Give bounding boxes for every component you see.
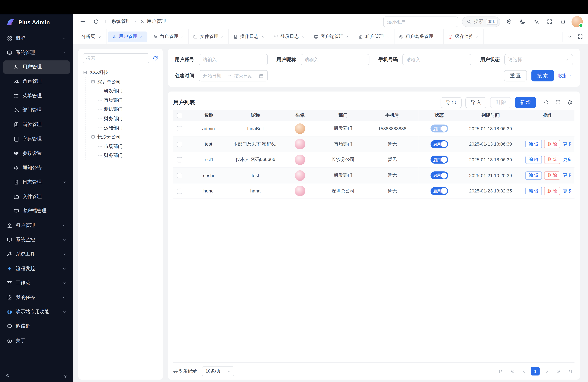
tree-node[interactable]: 财务部门 [98, 151, 158, 160]
tree-node[interactable]: 长沙分公司 [90, 132, 158, 142]
fast-next-button[interactable] [554, 367, 563, 376]
sidebar-item-client-management[interactable]: 客户端管理 [3, 204, 70, 218]
search-button[interactable]: 搜 索 [531, 70, 554, 81]
sidebar-collapse-icon[interactable] [5, 373, 10, 378]
edit-button[interactable]: 编 辑 [525, 187, 542, 195]
sidebar-item-about[interactable]: 关于 [3, 334, 70, 347]
export-button[interactable]: 导 出 [441, 97, 462, 108]
page-1-button[interactable]: 1 [531, 367, 540, 376]
tab-close-icon[interactable] [301, 35, 304, 38]
more-button[interactable]: 更多 [563, 173, 572, 178]
tree-collapse-icon[interactable] [90, 79, 95, 84]
more-button[interactable]: 更多 [563, 142, 572, 146]
tab-close-icon[interactable] [346, 35, 349, 38]
sidebar-item-system-management[interactable]: 系统管理 [3, 46, 70, 60]
language-icon[interactable] [531, 17, 541, 26]
tree-refresh-icon[interactable] [152, 55, 158, 61]
tab-analysis[interactable]: 分析页 [77, 29, 106, 44]
tab-close-icon[interactable] [436, 35, 439, 38]
edit-button[interactable]: 编 辑 [525, 156, 542, 164]
edit-button[interactable]: 编 辑 [525, 171, 542, 180]
tree-node[interactable]: 财务部门 [98, 114, 158, 123]
import-button[interactable]: 导 入 [465, 97, 486, 108]
table-refresh-icon[interactable] [542, 98, 551, 107]
tab-close-icon[interactable] [476, 35, 479, 38]
more-button[interactable]: 更多 [563, 189, 572, 193]
tab-close-icon[interactable] [386, 35, 390, 38]
sidebar-item-demo-features[interactable]: 演示站专用功能 [3, 305, 70, 319]
sidebar-item-dict-management[interactable]: 字典管理 [3, 132, 70, 146]
delete-button[interactable]: 删 除 [544, 187, 560, 195]
sidebar-item-dept-management[interactable]: 部门管理 [3, 104, 70, 117]
sidebar-toggle-button[interactable] [78, 17, 87, 26]
tab-tenant-package-management[interactable]: 租户套餐管理 [394, 29, 444, 44]
dark-mode-icon[interactable] [517, 17, 527, 26]
fullscreen-icon[interactable] [545, 17, 554, 26]
tab-operation-log[interactable]: 操作日志 [229, 29, 269, 44]
status-toggle[interactable]: 启用 [430, 171, 448, 179]
sidebar-item-user-management[interactable]: 用户管理 [3, 60, 70, 74]
tree-node[interactable]: 研发部门 [98, 86, 158, 95]
prev-page-button[interactable] [519, 367, 528, 376]
row-checkbox[interactable] [177, 142, 182, 147]
delete-button[interactable]: 删 除 [544, 171, 560, 180]
tree-node[interactable]: 深圳总公司 [90, 77, 158, 86]
tab-role-management[interactable]: 角色管理 [148, 29, 189, 44]
tab-list-dropdown-icon[interactable] [565, 32, 575, 42]
status-toggle[interactable]: 启用 [430, 140, 448, 148]
app-logo[interactable]: Plus Admin [0, 14, 73, 30]
delete-button[interactable]: 删 除 [544, 140, 560, 148]
breadcrumb-item-user-management[interactable]: 用户管理 [140, 19, 166, 25]
tree-node[interactable]: 市场部门 [98, 96, 158, 105]
table-fullscreen-icon[interactable] [553, 98, 563, 107]
tab-close-icon[interactable] [140, 35, 143, 38]
reset-button[interactable]: 重 置 [504, 70, 527, 81]
sidebar-item-system-monitor[interactable]: 系统监控 [3, 233, 70, 247]
tab-login-log[interactable]: 登录日志 [269, 29, 309, 44]
first-page-button[interactable] [496, 367, 505, 376]
content-fullscreen-icon[interactable] [575, 32, 585, 42]
status-toggle[interactable]: 启用 [430, 156, 448, 164]
tab-file-management[interactable]: 文件管理 [189, 29, 229, 44]
sidebar-item-overview[interactable]: 概览 [3, 32, 70, 45]
delete-button[interactable]: 删 除 [544, 156, 560, 164]
global-search-button[interactable]: 搜索 ⌘ K [462, 16, 500, 27]
sidebar-item-workflow[interactable]: 工作流 [3, 276, 70, 290]
sidebar-item-log-management[interactable]: 日志管理 [3, 175, 70, 189]
last-page-button[interactable] [566, 367, 574, 376]
more-button[interactable]: 更多 [563, 157, 572, 162]
tree-collapse-icon[interactable] [83, 70, 87, 75]
tab-cache-monitor[interactable]: 缓存监控 [444, 29, 484, 44]
sidebar-item-menu-management[interactable]: 菜单管理 [3, 89, 70, 103]
status-select[interactable]: 请选择 [504, 54, 573, 65]
tree-collapse-icon[interactable] [90, 135, 95, 139]
select-all-checkbox[interactable] [177, 113, 182, 118]
sidebar-item-param-settings[interactable]: 参数设置 [3, 147, 70, 160]
status-toggle[interactable]: 启用 [430, 187, 448, 195]
row-checkbox[interactable] [177, 126, 182, 131]
next-page-button[interactable] [542, 367, 551, 376]
sidebar-item-role-management[interactable]: 角色管理 [3, 75, 70, 88]
table-column-settings-icon[interactable] [565, 98, 575, 107]
sidebar-item-tenant-management[interactable]: 租户管理 [3, 219, 70, 232]
sidebar-item-file-management[interactable]: 文件管理 [3, 190, 70, 203]
sidebar-item-system-tools[interactable]: 系统工具 [3, 248, 70, 261]
page-refresh-button[interactable] [91, 17, 101, 26]
tab-close-icon[interactable] [261, 35, 264, 38]
nickname-input[interactable] [300, 54, 369, 65]
settings-icon[interactable] [504, 17, 514, 26]
collapse-filters-link[interactable]: 收起 [558, 73, 573, 79]
tab-user-management[interactable]: 用户管理 [108, 31, 147, 42]
breadcrumb-item-system-management[interactable]: 系统管理 [105, 19, 131, 25]
add-button[interactable]: 新 增 [515, 97, 536, 108]
sidebar-item-post-management[interactable]: 岗位管理 [3, 118, 70, 131]
tab-tenant-management[interactable]: 租户管理 [354, 29, 394, 44]
tree-node[interactable]: 测试部门 [98, 105, 158, 114]
row-checkbox[interactable] [177, 189, 182, 194]
sidebar-item-flow-start[interactable]: 流程发起 [3, 262, 70, 276]
tree-search-input[interactable] [83, 53, 149, 63]
sidebar-item-my-tasks[interactable]: 我的任务 [3, 291, 70, 304]
notifications-icon[interactable] [558, 17, 568, 26]
delete-button[interactable]: 删 除 [490, 97, 511, 108]
sidebar-pin-icon[interactable] [63, 373, 68, 378]
